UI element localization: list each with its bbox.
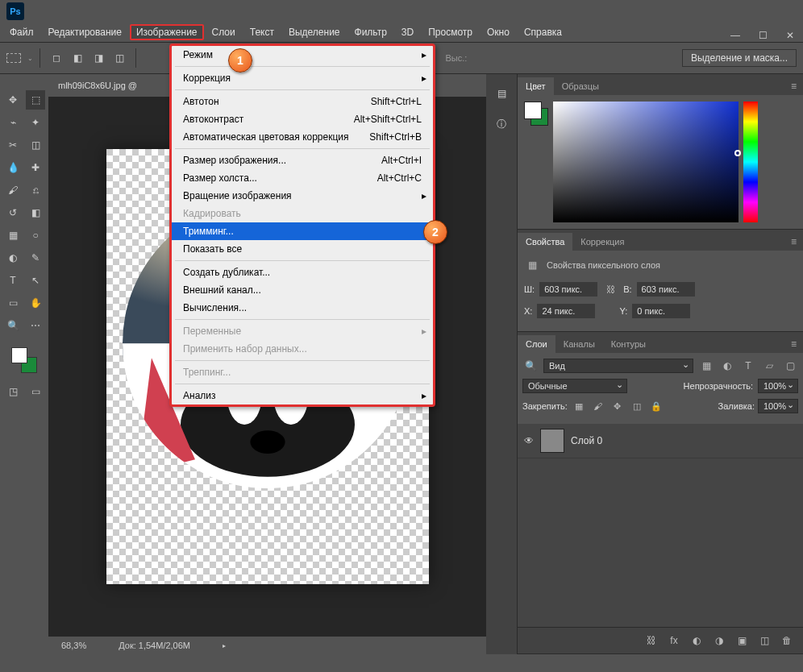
healing-tool-icon[interactable]: ✚: [26, 158, 45, 177]
zoom-tool-icon[interactable]: 🔍: [3, 316, 23, 335]
menu-редактирование[interactable]: Редактирование: [42, 24, 128, 40]
link-icon[interactable]: ⛓: [602, 281, 618, 297]
add-selection-icon[interactable]: ◧: [68, 48, 87, 68]
tab-каналы[interactable]: Каналы: [555, 335, 603, 353]
lock-pos-icon[interactable]: ✥: [610, 398, 626, 414]
marquee-tool-icon[interactable]: ⬚: [26, 90, 45, 110]
more-tool-icon[interactable]: ⋯: [26, 316, 45, 335]
filter-pixel-icon[interactable]: ▦: [698, 358, 714, 374]
tab-коррекция[interactable]: Коррекция: [572, 233, 632, 251]
path-tool-icon[interactable]: ↖: [26, 271, 45, 290]
menu-файл[interactable]: Файл: [3, 24, 40, 40]
menu-item[interactable]: Режим: [172, 46, 433, 64]
panel-swatches[interactable]: [524, 102, 548, 126]
menu-item[interactable]: АвтотонShift+Ctrl+L: [172, 93, 433, 110]
menu-item[interactable]: АвтоконтрастAlt+Shift+Ctrl+L: [172, 110, 433, 128]
crop-tool-icon[interactable]: ✂: [3, 135, 23, 155]
x-input[interactable]: [537, 304, 595, 318]
menu-текст[interactable]: Текст: [243, 24, 281, 40]
history-panel-icon[interactable]: ▤: [492, 84, 511, 103]
lock-all-icon[interactable]: 🔒: [648, 398, 664, 414]
fill-input[interactable]: 100%: [758, 399, 798, 413]
width-input[interactable]: [539, 282, 597, 297]
maximize-icon[interactable]: ☐: [756, 29, 769, 42]
panel-menu-icon[interactable]: ≡: [784, 233, 803, 251]
menu-item[interactable]: Вычисления...: [172, 299, 433, 317]
panel-menu-icon[interactable]: ≡: [784, 77, 803, 95]
frame-tool-icon[interactable]: ◫: [26, 135, 45, 155]
link-layers-icon[interactable]: ⛓: [643, 633, 659, 649]
menu-item[interactable]: Размер холста...Alt+Ctrl+C: [172, 169, 433, 187]
clone-tool-icon[interactable]: ⎌: [26, 180, 45, 200]
new-layer-icon[interactable]: ◫: [756, 633, 772, 649]
brush-tool-icon[interactable]: 🖌: [3, 180, 23, 200]
visibility-icon[interactable]: 👁: [524, 435, 534, 446]
fx-icon[interactable]: fx: [666, 633, 682, 649]
hue-slider[interactable]: [743, 102, 758, 222]
menu-item[interactable]: Анализ: [172, 387, 433, 404]
menu-item[interactable]: Коррекция: [172, 69, 433, 87]
history-brush-icon[interactable]: ↺: [3, 203, 23, 222]
menu-3d[interactable]: 3D: [395, 24, 420, 40]
group-icon[interactable]: ▣: [734, 633, 750, 649]
tab-образцы[interactable]: Образцы: [554, 77, 607, 95]
panel-menu-icon[interactable]: ≡: [784, 335, 803, 353]
menu-слои[interactable]: Слои: [206, 24, 242, 40]
menu-изображение[interactable]: Изображение: [130, 24, 204, 40]
move-tool-icon[interactable]: ✥: [3, 90, 23, 110]
menu-справка[interactable]: Справка: [518, 24, 568, 40]
shape-tool-icon[interactable]: ▭: [3, 293, 23, 313]
info-panel-icon[interactable]: ⓘ: [492, 114, 511, 134]
menu-item[interactable]: Автоматическая цветовая коррекцияShift+C…: [172, 128, 433, 146]
blur-tool-icon[interactable]: ○: [26, 226, 45, 245]
screen-mode-icon[interactable]: ▭: [26, 382, 45, 401]
lock-paint-icon[interactable]: 🖌: [590, 398, 606, 414]
filter-type-icon[interactable]: T: [740, 358, 756, 374]
y-input[interactable]: [632, 304, 690, 318]
lock-artboard-icon[interactable]: ◫: [629, 398, 645, 414]
menu-просмотр[interactable]: Просмотр: [422, 24, 479, 40]
menu-item[interactable]: Показать все: [172, 240, 433, 258]
mask-button[interactable]: Выделение и маска...: [682, 49, 797, 67]
lock-trans-icon[interactable]: ▦: [571, 398, 587, 414]
gradient-tool-icon[interactable]: ▦: [3, 226, 23, 245]
dodge-tool-icon[interactable]: ◐: [3, 248, 23, 268]
tab-цвет[interactable]: Цвет: [518, 77, 554, 95]
type-tool-icon[interactable]: T: [3, 271, 23, 290]
layer-row[interactable]: 👁 Слой 0: [518, 424, 803, 458]
new-selection-icon[interactable]: ◻: [47, 48, 66, 68]
menu-item[interactable]: Тримминг...: [172, 222, 433, 240]
filter-adjust-icon[interactable]: ◐: [719, 358, 735, 374]
filter-smart-icon[interactable]: ▢: [782, 358, 798, 374]
menu-окно[interactable]: Окно: [481, 24, 516, 40]
minimize-icon[interactable]: —: [729, 29, 742, 42]
tab-контуры[interactable]: Контуры: [603, 335, 654, 353]
lasso-tool-icon[interactable]: ⌁: [3, 113, 23, 132]
delete-icon[interactable]: 🗑: [779, 633, 795, 649]
subtract-selection-icon[interactable]: ◨: [89, 48, 108, 68]
eraser-tool-icon[interactable]: ◧: [26, 203, 45, 222]
tab-слои[interactable]: Слои: [518, 335, 555, 353]
wand-tool-icon[interactable]: ✦: [26, 113, 45, 132]
intersect-selection-icon[interactable]: ◫: [110, 48, 129, 68]
pen-tool-icon[interactable]: ✎: [26, 248, 45, 268]
menu-item[interactable]: Создать дубликат...: [172, 263, 433, 281]
quickmask-icon[interactable]: ◳: [3, 382, 23, 401]
menu-фильтр[interactable]: Фильтр: [348, 24, 393, 40]
menu-item[interactable]: Размер изображения...Alt+Ctrl+I: [172, 151, 433, 169]
eyedropper-tool-icon[interactable]: 💧: [3, 158, 23, 177]
filter-dropdown[interactable]: Вид: [543, 359, 693, 373]
opacity-input[interactable]: 100%: [758, 379, 798, 393]
menu-item[interactable]: Внешний канал...: [172, 281, 433, 299]
menu-item[interactable]: Вращение изображения: [172, 187, 433, 205]
color-field[interactable]: [553, 102, 739, 222]
color-swatches[interactable]: [11, 347, 37, 373]
height-input[interactable]: [637, 282, 695, 297]
hand-tool-icon[interactable]: ✋: [26, 293, 45, 313]
menu-выделение[interactable]: Выделение: [282, 24, 347, 40]
mask-icon[interactable]: ◐: [689, 633, 705, 649]
adjustment-icon[interactable]: ◑: [711, 633, 727, 649]
marquee-tool-icon[interactable]: [6, 53, 21, 63]
tab-свойства[interactable]: Свойства: [518, 233, 572, 251]
filter-shape-icon[interactable]: ▱: [761, 358, 777, 374]
